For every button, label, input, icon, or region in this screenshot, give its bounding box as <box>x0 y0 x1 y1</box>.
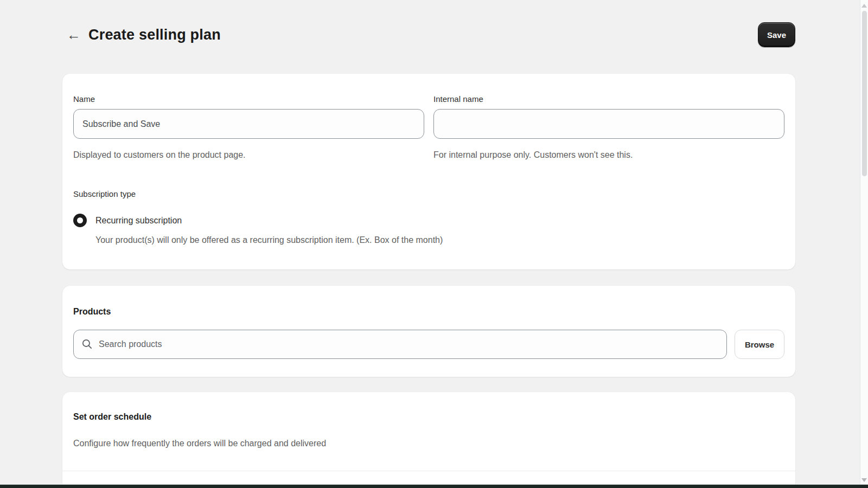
scrollbar-up-arrow-icon[interactable] <box>861 4 867 8</box>
vertical-scrollbar[interactable] <box>860 0 868 488</box>
internal-name-help-text: For internal purpose only. Customers won… <box>433 150 784 160</box>
back-arrow-icon[interactable]: ← <box>65 25 83 44</box>
name-input[interactable] <box>73 109 424 139</box>
recurring-subscription-option[interactable]: Recurring subscription <box>73 214 784 227</box>
products-card: Products Browse <box>62 286 795 377</box>
subscription-type-label: Subscription type <box>73 189 784 199</box>
plan-details-card: Name Displayed to customers on the produ… <box>62 74 795 269</box>
name-help-text: Displayed to customers on the product pa… <box>73 150 424 160</box>
browse-button[interactable]: Browse <box>735 330 784 359</box>
search-icon <box>81 338 93 350</box>
recurring-subscription-description: Your product(s) will only be offered as … <box>95 235 784 246</box>
search-products-input[interactable] <box>73 330 727 359</box>
name-label: Name <box>73 94 424 104</box>
scrollbar-thumb[interactable] <box>862 11 867 176</box>
window-bottom-edge <box>0 484 868 488</box>
order-schedule-heading: Set order schedule <box>73 412 784 422</box>
radio-selected-icon[interactable] <box>73 214 87 227</box>
subscription-type-group: Subscription type Recurring subscription… <box>73 189 784 246</box>
internal-name-label: Internal name <box>433 94 784 104</box>
page-content: ← Create selling plan Save Name Displaye… <box>62 0 795 488</box>
order-schedule-card: Set order schedule Configure how frequen… <box>62 392 795 488</box>
internal-name-field-group: Internal name For internal purpose only.… <box>433 94 784 160</box>
save-button[interactable]: Save <box>758 22 795 47</box>
order-schedule-description: Configure how frequently the orders will… <box>73 438 784 449</box>
products-heading: Products <box>73 306 784 317</box>
recurring-subscription-label[interactable]: Recurring subscription <box>95 216 182 226</box>
page-title: Create selling plan <box>88 27 221 43</box>
product-search-field <box>73 330 727 359</box>
scrollbar-down-arrow-icon[interactable] <box>861 478 867 482</box>
internal-name-input[interactable] <box>433 109 784 139</box>
page-header: ← Create selling plan Save <box>62 22 795 48</box>
name-field-group: Name Displayed to customers on the produ… <box>73 94 424 160</box>
